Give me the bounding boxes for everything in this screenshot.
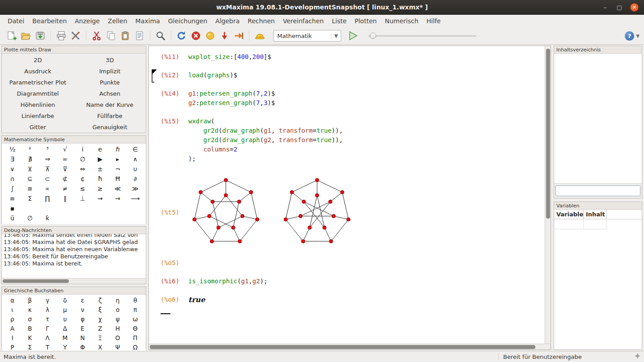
maximize-button[interactable]: ▢ <box>616 4 623 10</box>
worksheet-vertical-scrollbar[interactable] <box>545 46 551 344</box>
symbol-button[interactable]: ▪ <box>10 205 15 212</box>
symbol-button[interactable]: ∝ <box>45 185 50 192</box>
greek-letter-button[interactable]: M <box>63 334 68 341</box>
greek-letter-button[interactable]: η <box>116 297 120 304</box>
vertical-scrollbar-thumb[interactable] <box>546 49 550 219</box>
symbol-button[interactable]: ⇔ <box>80 165 85 173</box>
toc-list[interactable] <box>554 54 642 184</box>
symbol-button[interactable]: ∈ <box>132 146 138 153</box>
print-button[interactable] <box>55 29 68 42</box>
symbol-button[interactable]: ∂ <box>134 175 137 182</box>
horizontal-scrollbar-thumb[interactable] <box>150 345 535 349</box>
slider-handle[interactable] <box>370 33 376 39</box>
panel-symbols-caption[interactable]: Mathematische Symbole <box>2 136 146 143</box>
draw-button-genauigkeit[interactable]: Genauigkeit <box>74 122 146 133</box>
symbol-button[interactable]: ⊼ <box>45 165 50 173</box>
symbol-button[interactable]: ∥ <box>64 195 67 202</box>
worksheet-cursor[interactable] <box>161 313 170 314</box>
evaluate-button[interactable] <box>203 29 217 42</box>
find-button[interactable] <box>154 29 167 42</box>
symbol-button[interactable]: ∄ <box>28 156 32 163</box>
symbol-button[interactable]: ² <box>29 146 31 153</box>
worksheet-cell-o6[interactable]: (%o6)true <box>149 295 545 304</box>
symbol-button[interactable]: ⊆ <box>27 175 33 182</box>
greek-letter-button[interactable]: χ <box>98 316 102 323</box>
paste-button[interactable] <box>119 29 132 42</box>
greek-letter-button[interactable]: ξ <box>98 306 102 313</box>
symbol-button[interactable]: ∧ <box>133 156 137 163</box>
greek-letter-button[interactable]: π <box>133 306 137 313</box>
symbol-button[interactable]: ≅ <box>27 185 33 192</box>
symbol-button[interactable]: ⊽ <box>63 165 67 173</box>
symbol-button[interactable]: e <box>98 146 102 153</box>
symbol-button[interactable]: ⇒ <box>45 156 50 163</box>
worksheet[interactable]: (%i1)wxplot_size:[400,200]$(%i2)load(gra… <box>149 46 545 344</box>
panel-debug-caption[interactable]: Debug-Nachrichten <box>2 227 146 234</box>
draw-button-implizit[interactable]: Implizit <box>74 66 146 77</box>
worksheet-cell-t5[interactable]: (%t5) <box>149 173 545 252</box>
greek-letter-button[interactable]: B <box>28 325 32 332</box>
greek-letter-button[interactable]: Γ <box>46 325 49 332</box>
menu-item-gleichungen[interactable]: Gleichungen <box>164 16 212 26</box>
greek-letter-button[interactable]: τ <box>46 316 49 323</box>
play-button[interactable] <box>346 29 360 42</box>
worksheet-horizontal-scrollbar[interactable] <box>149 344 551 349</box>
symbol-button[interactable]: ¢ <box>80 175 85 182</box>
symbol-button[interactable]: ∩ <box>10 175 15 182</box>
debug-scrollbar-thumb[interactable] <box>3 279 69 283</box>
panel-draw-caption[interactable]: Plotte mittels Draw <box>2 46 146 54</box>
symbol-button[interactable]: ≡ <box>10 195 15 202</box>
panel-toc-caption[interactable]: Inhaltsverzeichnis <box>554 46 642 54</box>
draw-button-ausdruck[interactable]: Ausdruck <box>2 66 74 77</box>
symbol-button[interactable]: ▸ <box>116 156 119 163</box>
greek-letter-button[interactable]: θ <box>133 297 137 304</box>
animation-slider[interactable] <box>368 30 476 42</box>
cell-type-dropdown[interactable]: Mathematik ▼ <box>273 30 341 42</box>
greek-letter-button[interactable]: φ <box>80 316 85 323</box>
greek-letter-button[interactable]: ι <box>11 306 13 313</box>
menu-item-plotten[interactable]: Plotten <box>351 16 381 26</box>
greek-letter-button[interactable]: Π <box>133 334 137 341</box>
symbol-button[interactable]: → <box>115 195 120 202</box>
greek-letter-button[interactable]: Y <box>63 344 67 351</box>
symbol-button[interactable]: ü <box>10 215 14 222</box>
minimize-button[interactable]: – <box>602 4 609 10</box>
greek-letter-button[interactable]: κ <box>28 306 32 313</box>
draw-button-name-der-kurve[interactable]: Name der Kurve <box>74 99 146 110</box>
symbol-button[interactable]: ▶ <box>97 156 102 163</box>
greek-letter-button[interactable]: δ <box>63 297 67 304</box>
menu-item-anzeige[interactable]: Anzeige <box>71 16 104 26</box>
cut-button[interactable] <box>90 29 103 42</box>
symbol-button[interactable]: ≥ <box>97 185 103 192</box>
toc-filter-input[interactable] <box>555 185 640 196</box>
greek-letter-button[interactable]: ν <box>81 306 85 313</box>
restart-maxima-button[interactable] <box>175 29 188 42</box>
menu-item-bearbeiten[interactable]: Bearbeiten <box>28 16 71 26</box>
greek-letter-button[interactable]: E <box>80 325 85 332</box>
greek-letter-button[interactable]: P <box>11 344 14 351</box>
cell-bracket[interactable] <box>152 69 157 84</box>
symbol-button[interactable]: Σ <box>28 195 32 202</box>
greek-letter-button[interactable]: λ <box>46 306 49 313</box>
symbol-button[interactable]: ⊥ <box>80 195 85 202</box>
help-chevron-icon[interactable]: ▼ <box>636 34 640 38</box>
draw-button-achsen[interactable]: Achsen <box>74 88 146 99</box>
greek-letter-button[interactable]: ω <box>133 316 138 323</box>
draw-button-diagrammtitel[interactable]: Diagrammtitel <box>2 88 74 99</box>
greek-letter-button[interactable]: Ψ <box>115 344 120 351</box>
greek-letter-button[interactable]: H <box>115 325 120 332</box>
new-button[interactable] <box>5 29 18 42</box>
follow-button[interactable] <box>218 29 231 42</box>
symbol-button[interactable]: ≫ <box>132 185 139 192</box>
menu-item-rechnen[interactable]: Rechnen <box>244 16 279 26</box>
draw-button-höhenlinien[interactable]: Höhenlinien <box>2 99 74 110</box>
draw-button-3d[interactable]: 3D <box>74 55 146 66</box>
worksheet-cell-o5[interactable]: (%o5) <box>149 258 545 268</box>
menu-item-algebra[interactable]: Algebra <box>212 16 244 26</box>
draw-button-parametrischer-plot[interactable]: Parametrischer Plot <box>2 77 74 88</box>
symbol-button[interactable]: ∅ <box>80 156 85 163</box>
draw-button-gitter[interactable]: Gitter <box>2 122 74 133</box>
symbol-button[interactable]: ℏ <box>116 146 120 153</box>
panel-variables-caption[interactable]: Variablen <box>554 202 642 210</box>
greek-letter-button[interactable]: Ω <box>133 344 137 351</box>
